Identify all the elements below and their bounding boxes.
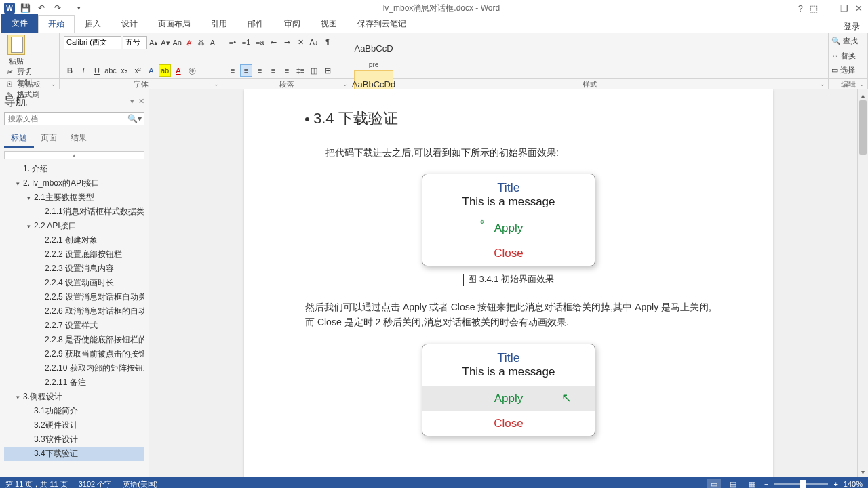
tab-file[interactable]: 文件 — [1, 14, 38, 33]
nav-item[interactable]: 3.4下载验证 — [4, 447, 144, 461]
nav-item[interactable]: 2.2.3 设置消息内容 — [4, 262, 144, 276]
paste-button[interactable]: 粘贴 — [4, 35, 28, 66]
styles-gallery[interactable]: AaBbCcDpreAaBbCcDd↵ 正文AaBl标题 1AaBbC标题 2A… — [351, 33, 829, 78]
nav-close-icon[interactable]: ✕ — [138, 97, 144, 106]
nav-item[interactable]: ▾3.例程设计 — [4, 390, 144, 404]
nav-item[interactable]: 2.2.7 设置样式 — [4, 319, 144, 333]
find-button[interactable]: 🔍查找 — [831, 36, 865, 46]
font-color-icon[interactable]: A — [172, 64, 184, 77]
zoom-slider[interactable] — [774, 483, 828, 485]
font-family-select[interactable]: Calibri (西文 — [64, 36, 121, 49]
justify-icon[interactable]: ≡ — [267, 64, 279, 77]
tab-references[interactable]: 引用 — [201, 15, 237, 33]
line-spacing-icon[interactable]: ‡≡ — [294, 64, 307, 77]
nav-item[interactable]: 2.2.11 备注 — [4, 375, 144, 390]
indent-icon[interactable]: ⇥ — [281, 36, 293, 48]
nav-item[interactable]: 2.2.4 设置动画时长 — [4, 276, 144, 290]
undo-icon[interactable]: ↶ — [35, 2, 47, 14]
nav-item[interactable]: 2.2.1 创建对象 — [4, 233, 144, 247]
nav-item[interactable]: ▾2.1主要数据类型 — [4, 190, 144, 205]
cut-button[interactable]: ✂剪切 — [7, 66, 55, 77]
bold-icon[interactable]: B — [64, 64, 76, 77]
nav-item[interactable]: 3.3软件设计 — [4, 432, 144, 447]
status-lang[interactable]: 英语(美国) — [123, 479, 157, 489]
close-icon[interactable]: ✕ — [855, 3, 863, 14]
nav-item[interactable]: 3.2硬件设计 — [4, 418, 144, 432]
redo-icon[interactable]: ↷ — [52, 2, 64, 14]
italic-icon[interactable]: I — [77, 64, 90, 77]
nav-item[interactable]: 2.2.5 设置消息对话框自动关闭 — [4, 290, 144, 304]
bullets-icon[interactable]: ≡• — [226, 36, 239, 48]
select-button[interactable]: ▭选择 — [831, 65, 865, 75]
nav-item[interactable]: 1. 介绍 — [4, 162, 144, 176]
zoom-handle[interactable] — [800, 480, 806, 488]
tab-mail[interactable]: 邮件 — [237, 15, 274, 33]
align-left-icon[interactable]: ≡ — [226, 64, 239, 77]
zoom-value[interactable]: 140% — [844, 480, 863, 488]
highlight-icon[interactable]: ab — [159, 64, 171, 77]
nav-tab-results[interactable]: 结果 — [64, 129, 94, 148]
scroll-down-icon[interactable]: ▾ — [858, 466, 868, 477]
nav-item[interactable]: 2.1.1消息对话框样式数据类型 — [4, 205, 144, 219]
nav-item[interactable]: ▾2.2 API接口 — [4, 219, 144, 233]
text-direction-icon[interactable]: ✕ — [294, 36, 307, 48]
tab-home[interactable]: 开始 — [38, 15, 75, 33]
shading-icon[interactable]: ◫ — [308, 64, 320, 77]
tab-review[interactable]: 审阅 — [274, 15, 311, 33]
nav-options-icon[interactable]: ▾ — [130, 97, 134, 106]
tab-insert[interactable]: 插入 — [75, 15, 111, 33]
tab-layout[interactable]: 页面布局 — [148, 15, 201, 33]
multilevel-icon[interactable]: ≡a — [254, 36, 266, 48]
show-marks-icon[interactable]: ¶ — [321, 36, 334, 48]
scroll-up-icon[interactable]: ▴ — [858, 89, 868, 100]
view-read-icon[interactable]: ▤ — [726, 479, 740, 488]
login-link[interactable]: 登录 — [844, 21, 868, 33]
nav-tab-headings[interactable]: 标题 — [4, 129, 34, 148]
clear-format-icon[interactable]: A̷ — [184, 37, 194, 49]
help-icon[interactable]: ? — [798, 3, 803, 14]
sort-icon[interactable]: A↓ — [308, 36, 320, 48]
strike-icon[interactable]: abc — [104, 64, 117, 77]
subscript-icon[interactable]: x₂ — [118, 64, 130, 77]
nav-item[interactable]: 2.2.6 取消消息对话框的自动关闭 — [4, 304, 144, 319]
enclose-icon[interactable]: ㊥ — [186, 64, 198, 77]
nav-item[interactable]: 2.2.10 获取内部的矩阵按钮对象 — [4, 361, 144, 375]
distribute-icon[interactable]: ≡ — [281, 64, 293, 77]
ribbon-display-icon[interactable]: ⬚ — [810, 3, 818, 14]
tab-design[interactable]: 设计 — [111, 15, 148, 33]
nav-collapse-bar[interactable]: ▴ — [4, 151, 144, 159]
nav-item[interactable]: 2.2.2 设置底部按钮栏 — [4, 247, 144, 262]
replace-button[interactable]: ↔替换 — [831, 51, 865, 61]
nav-item[interactable]: ▾2. lv_mbox的API接口 — [4, 176, 144, 190]
view-print-layout-icon[interactable]: ▭ — [707, 479, 721, 488]
zoom-in-icon[interactable]: + — [833, 480, 837, 488]
borders-icon[interactable]: ⊞ — [321, 64, 334, 77]
grow-font-icon[interactable]: A▴ — [149, 37, 159, 49]
qat-dropdown-icon[interactable]: ▾ — [73, 2, 85, 14]
nav-item[interactable]: 2.2.9 获取当前被点击的按钮id — [4, 347, 144, 361]
numbering-icon[interactable]: ≡1 — [240, 36, 252, 48]
scrollbar-thumb[interactable] — [859, 100, 867, 155]
outdent-icon[interactable]: ⇤ — [267, 36, 279, 48]
zoom-out-icon[interactable]: − — [764, 480, 768, 488]
align-center-icon[interactable]: ≡ — [240, 64, 252, 77]
nav-search-input[interactable] — [5, 113, 125, 125]
superscript-icon[interactable]: x² — [132, 64, 144, 77]
align-right-icon[interactable]: ≡ — [254, 64, 266, 77]
font-size-select[interactable]: 五号 — [123, 36, 147, 49]
maximize-icon[interactable]: ❐ — [840, 3, 848, 14]
underline-icon[interactable]: U — [91, 64, 103, 77]
nav-item[interactable]: 3.1功能简介 — [4, 404, 144, 418]
status-words[interactable]: 3102 个字 — [79, 479, 113, 489]
change-case-icon[interactable]: Aa — [172, 37, 182, 49]
tab-cloud[interactable]: 保存到云笔记 — [347, 15, 416, 33]
nav-tab-pages[interactable]: 页面 — [34, 129, 64, 148]
save-icon[interactable]: 💾 — [19, 2, 31, 14]
style-item[interactable]: AaBbCcDpre — [354, 35, 393, 69]
status-page[interactable]: 第 11 页，共 11 页 — [5, 479, 68, 489]
vertical-scrollbar[interactable]: ▴ ▾ — [857, 89, 868, 477]
nav-tree[interactable]: 1. 介绍▾2. lv_mbox的API接口▾2.1主要数据类型2.1.1消息对… — [4, 162, 144, 473]
minimize-icon[interactable]: — — [825, 3, 833, 14]
document-area[interactable]: ⌃ ▴ ▾ 3.4 下载验证 把代码下载进去之后,可以看到如下所示的初始界面效果… — [149, 89, 868, 477]
nav-item[interactable]: 2.2.8 是否使能底部按钮栏的文... — [4, 333, 144, 347]
